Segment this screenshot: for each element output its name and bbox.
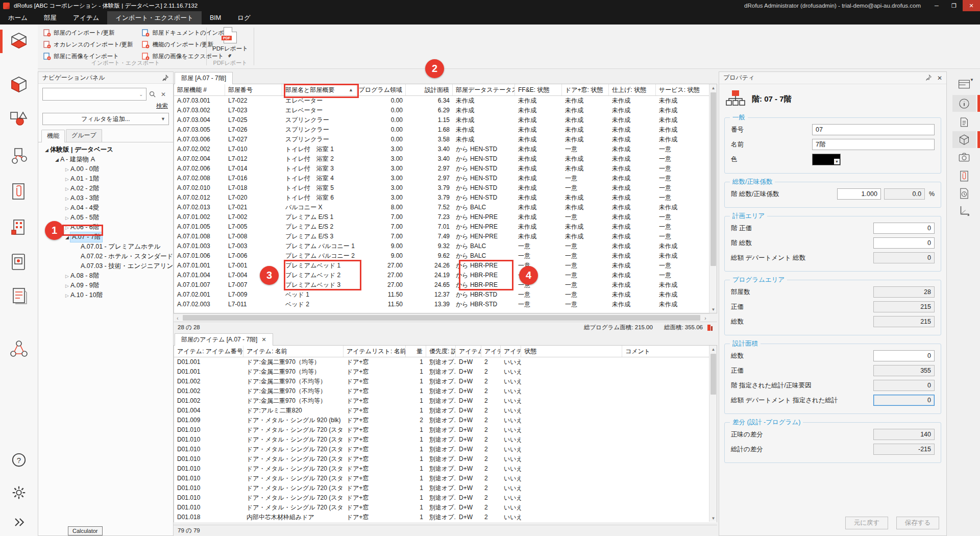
table-row[interactable]: D01.010ドア・メタル・シングル 720 (スタッド)ドア+窓1別途オプ..… <box>174 493 717 503</box>
table-row[interactable]: A.07.01.006L7-006プレミアム バルコニー 29.009.62から… <box>174 251 717 261</box>
items-module[interactable] <box>7 74 31 97</box>
table-row[interactable]: A.07.01.004L7-004プレミアムベッド 227.0024.19から … <box>174 271 717 280</box>
property-input-総額 デパートメント 総数[interactable]: 0 <box>873 252 935 263</box>
column-header-量[interactable]: 量 <box>406 346 426 357</box>
items-vertical-scrollbar[interactable]: ▲ ▼ <box>709 346 717 522</box>
table-row[interactable]: D01.010ドア・メタル・シングル 720 (スタッド)ドア+窓1別途オプ..… <box>174 464 717 474</box>
tree-item[interactable]: ▷A.04 - 4愛 <box>38 203 173 213</box>
property-input-総数[interactable]: 215 <box>873 316 935 327</box>
rooms-vertical-scrollbar[interactable]: ▲ ▼ <box>709 84 717 313</box>
attachment-icon[interactable] <box>952 167 976 184</box>
menu-item-インポート・エクスポート[interactable]: インポート・エクスポート <box>107 11 202 25</box>
table-row[interactable]: D01.010ドア・メタル・シングル 720 (スタッド)ドア+窓1別途オプ..… <box>174 483 717 493</box>
ribbon-button-部屋のインポート/更新[interactable]: 部屋のインポート/更新 <box>41 28 135 38</box>
menu-item-部屋[interactable]: 部屋 <box>36 11 65 25</box>
column-header-コメント[interactable]: コメント <box>622 346 717 357</box>
table-row[interactable]: A.07.01.008L7-008プレミアム E/S 37.007.49から H… <box>174 232 717 241</box>
nav-tab-機能[interactable]: 機能 <box>41 130 65 142</box>
tree-item[interactable]: A.07.01 - プレミアムホテル <box>38 242 173 252</box>
tree-collapsed-icon[interactable]: ▷ <box>64 274 70 279</box>
tree-item[interactable]: A.07.03 - 技術・エンジニアリング <box>38 261 173 271</box>
table-row[interactable]: A.07.02.003L7-011ベッド 211.5013.39から HBR-S… <box>174 300 717 309</box>
table-row[interactable]: A.07.01.002L7-002プレミアム E/S 17.007.23から H… <box>174 212 717 222</box>
tree-collapsed-icon[interactable]: ▷ <box>64 167 70 172</box>
menu-item-ホーム[interactable]: ホーム <box>0 11 36 25</box>
table-row[interactable]: D01.002ドア:金属二重970（不均等）ドア+窓1別途オプ...D+W2いい… <box>174 396 717 406</box>
table-row[interactable]: A.07.03.002L7-023エレベーター0.006.29未作成未作成未作成… <box>174 106 717 115</box>
minimize-button[interactable]: ─ <box>928 0 945 11</box>
column-header-アイテム: 名前[interactable]: アイテム: 名前 <box>243 346 344 357</box>
column-header-部屋機能 #[interactable]: 部屋機能 # <box>174 84 225 95</box>
bim-cube-icon[interactable] <box>952 131 976 148</box>
products-module[interactable] <box>7 108 31 131</box>
menu-item-アイテム[interactable]: アイテム <box>65 11 107 25</box>
property-input-正価[interactable]: 355 <box>873 365 935 376</box>
search-icon[interactable] <box>146 89 158 100</box>
table-row[interactable]: A.07.03.006L7-027スプリンクラー0.003.58未作成未作成未作… <box>174 135 717 144</box>
table-row[interactable]: D01.001ドア:金属二重970（均等）ドア+窓1別途オプ...D+W2いいえ <box>174 367 717 377</box>
table-row[interactable]: A.07.02.013L7-021バルコニー X8.007.52から BALC未… <box>174 203 717 212</box>
settings-icon[interactable] <box>9 484 29 501</box>
property-input-正味の差分[interactable]: 140 <box>873 429 935 440</box>
column-header-状態[interactable]: 状態 <box>521 346 622 357</box>
property-input-番号[interactable]: 07 <box>812 124 935 135</box>
property-input-総数[interactable]: 0 <box>873 350 935 361</box>
table-row[interactable]: D01.010ドア・メタル・シングル 720 (スタッド)ドア+窓1別途オプ..… <box>174 445 717 454</box>
pdf-report-button[interactable]: PDF PDFレポート ▼ <box>210 27 250 60</box>
table-row[interactable]: A.07.01.007L7-007プレミアムベッド 327.0024.65から … <box>174 280 717 290</box>
column-header-サービス: 状態[interactable]: サービス: 状態 <box>656 84 717 95</box>
property-input-部屋数[interactable]: 28 <box>873 286 935 298</box>
nav-tab-グループ[interactable]: グループ <box>66 129 102 142</box>
table-row[interactable]: D01.010ドア・メタル・シングル 720 (スタッド)ドア+窓1別途オプ..… <box>174 474 717 483</box>
table-row[interactable]: A.07.02.008L7-016トイレ付 浴室 43.002.97から HEN… <box>174 174 717 183</box>
property-input-名前[interactable]: 7階 <box>812 139 935 150</box>
tree-expanded-icon[interactable]: ◢ <box>54 157 60 162</box>
table-row[interactable]: A.07.01.005L7-005プレミアム E/S 27.007.01から H… <box>174 222 717 232</box>
table-row[interactable]: A.07.03.001L7-022エレベーター0.006.34未作成未作成未作成… <box>174 96 717 106</box>
column-header-ドア+窓: 状態[interactable]: ドア+窓: 状態 <box>562 84 609 95</box>
tree-item[interactable]: A.07.02 - ホテル・スタンダード <box>38 252 173 261</box>
ribbon-button-オカレンスのインポート/更新[interactable]: オカレンスのインポート/更新 <box>41 39 135 50</box>
menu-item-BIM[interactable]: BIM <box>202 11 229 25</box>
tree-collapsed-icon[interactable]: ▷ <box>64 206 70 211</box>
column-header-アイテム...[interactable]: アイテム... <box>456 346 481 357</box>
info-icon[interactable] <box>952 95 976 112</box>
search-input[interactable]: ⌄ <box>42 88 146 101</box>
undo-button[interactable]: 元に戻す <box>845 517 888 529</box>
pin-icon[interactable] <box>162 74 169 81</box>
color-picker[interactable]: ▼ <box>812 154 841 165</box>
property-input-総計の差分[interactable]: -215 <box>873 444 935 455</box>
table-row[interactable]: D01.010ドア・メタル・シングル 720 (スタッド)ドア+窓1別途オプ..… <box>174 425 717 435</box>
rooms-horizontal-scrollbar[interactable]: ‹ › <box>174 313 709 322</box>
history-icon[interactable] <box>952 185 976 202</box>
maximize-button[interactable]: ❐ <box>945 0 963 11</box>
table-row[interactable]: A.07.02.010L7-018トイレ付 浴室 53.003.79から HEN… <box>174 183 717 193</box>
search-link[interactable]: 検索 <box>38 102 168 110</box>
tree-item[interactable]: ▷A.08 - 8階 <box>38 271 173 281</box>
building-module[interactable] <box>7 215 31 239</box>
tree-collapsed-icon[interactable]: ▷ <box>64 177 70 182</box>
tree-item[interactable]: ◢体験版 | データベース <box>38 145 173 155</box>
column-header-アイテムリスト: 名前[interactable]: アイテムリスト: 名前 <box>344 346 406 357</box>
tab-room-items[interactable]: 部屋のアイテム [A.07 - 7階]✕ <box>175 333 273 346</box>
tree-item[interactable]: ▷A.00 - 0階 <box>38 164 173 174</box>
tab-rooms[interactable]: 部屋 [A.07 - 7階] <box>175 72 233 84</box>
table-row[interactable]: D01.018内部中芯木材枠組みドアドア+窓1別途オプ...D+W2いいえ <box>174 513 717 522</box>
tree-item[interactable]: ▷A.10 - 10階 <box>38 290 173 300</box>
property-input-階 指定された総計/正味要因[interactable]: 0 <box>873 380 935 391</box>
property-input-正価[interactable]: 215 <box>873 301 935 312</box>
reports-module[interactable] <box>7 284 31 308</box>
pin-icon[interactable] <box>925 74 932 82</box>
tree-item[interactable]: ▷A.02 - 2階 <box>38 184 173 193</box>
clear-search-icon[interactable]: ✕ <box>158 89 169 100</box>
expand-icon[interactable] <box>9 514 29 531</box>
table-row[interactable]: A.07.02.004L7-012トイレ付 浴室 23.003.40から HEN… <box>174 154 717 164</box>
table-row[interactable]: A.07.03.005L7-026スプリンクラー0.001.68未作成未作成未作… <box>174 125 717 135</box>
tree-item[interactable]: ◢A - 建築物 A <box>38 155 173 164</box>
table-row[interactable]: D01.009ドア・メタル・シングル 920 (blk)ドア+窓2別途オプ...… <box>174 416 717 425</box>
tree-item[interactable]: ▷A.01 - 1階 <box>38 174 173 184</box>
property-input-階 総数[interactable]: 0 <box>873 237 935 249</box>
tree-expanded-icon[interactable]: ◢ <box>43 148 50 153</box>
property-input-階 総数/正味係数[interactable]: 1.000 <box>837 188 881 200</box>
tree-item[interactable]: ▷A.03 - 3階 <box>38 193 173 203</box>
